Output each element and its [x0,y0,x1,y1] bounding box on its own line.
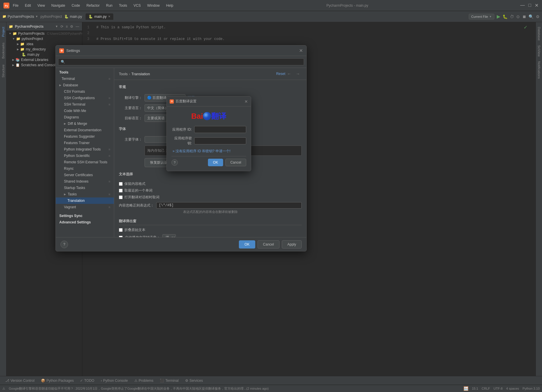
settings-translation[interactable]: Translation [56,197,114,204]
settings-codewithme[interactable]: Code With Me [56,108,114,114]
settings-py-sci[interactable]: Python Scientific ≡ [56,153,114,159]
keep-format-checkbox[interactable] [119,182,123,186]
terminal-trailing: ≡ [109,77,110,80]
baidu-close-button[interactable]: ✕ [244,99,248,104]
pysci-label: Python Scientific [64,154,90,158]
settings-tasks[interactable]: ▶ Tasks ≡ [56,191,114,197]
recent-word-label: 取最近的一个单词 [124,188,152,193]
pytools-label: Python Integrated Tools [64,147,101,151]
baidu-help-button[interactable]: ? [171,159,178,166]
app-secret-row: 应用程序密钥: [171,136,246,146]
settings-breadcrumb: Tools › Translation [119,72,276,76]
popup-section: 翻译弹出窗 折叠原始文本 自动播放文字转语音： 源 [119,219,302,237]
settings-sync-label: Settings Sync [59,214,82,218]
diff-arrow: ▶ [64,122,66,125]
overlay: ⚙ Settings ✕ Tools Terminal ≡ ▶ Database [0,0,542,392]
auto-tts-label: 自动播放文字转语音： [125,235,160,237]
reset-button[interactable]: Reset [276,72,285,76]
fold-original-row: 折叠原始文本 [119,228,302,232]
fold-original-checkbox[interactable] [119,228,123,232]
breadcrumb-sep: › [129,72,130,76]
settings-ssh-conf[interactable]: SSH Configurations ≡ [56,95,114,101]
featsugg-label: Features Suggester [64,134,95,139]
settings-server-certs[interactable]: Server Certificates [56,172,114,178]
settings-diagrams[interactable]: Diagrams [56,114,114,120]
baidu-footer: ? OK Cancel [171,156,246,166]
ssh-conf-label: SSH Configurations [64,96,95,100]
baidu-no-id-container: » 没有应用程序 ID 和密钥? 申请一个! [171,149,246,154]
target-lang-value: 主要或英语 [147,116,165,121]
open-on-select-label: 打开翻译对话框时取词 [124,195,159,200]
nav-back-button[interactable]: ← [285,71,293,77]
baidu-title-bar: ⚙ 百度翻译设置 ✕ [167,97,251,106]
settings-vagrant[interactable]: Vagrant ≡ [56,204,114,210]
settings-remote-ssh[interactable]: Remote SSH External Tools [56,159,114,165]
app-id-label: 应用程序 ID: [171,127,192,132]
settings-diff[interactable]: ▶ Diff & Merge [56,120,114,127]
popup-section-title: 翻译弹出窗 [119,219,302,225]
breadcrumb-root[interactable]: Tools [119,72,128,76]
text-select-section: 文本选择 保留内容格式 取最近的一个单词 打开翻译对话框时取词 [119,172,302,214]
recent-word-row: 取最近的一个单词 [119,188,302,193]
app-secret-label: 应用程序密钥: [171,136,192,146]
terminal-label: Terminal [62,77,75,81]
settings-apply-button[interactable]: Apply [282,240,302,249]
app-secret-input[interactable] [194,137,246,144]
primary-lang-label: 主要语言： [119,106,142,111]
settings-feat-train[interactable]: Features Trainer [56,140,114,146]
settings-ext-doc[interactable]: External Documentation [56,127,114,133]
extdoc-label: External Documentation [64,128,101,132]
nav-forward-button[interactable]: → [294,71,302,77]
baidu-dialog-icon: ⚙ [170,99,174,104]
remotessh-label: Remote SSH External Tools [64,160,107,164]
settings-cancel-button[interactable]: Cancel [258,240,279,249]
settings-search-area [56,56,306,68]
settings-advanced[interactable]: Advanced Settings [56,219,114,225]
baidu-logo-bai: Bai [191,112,203,120]
settings-search-input[interactable] [58,58,304,65]
ssh-term-trailing: ≡ [109,103,110,106]
recent-word-checkbox[interactable] [119,189,123,192]
translator-value: 🔵 百度翻译 [147,95,166,100]
app-id-input[interactable] [194,126,246,133]
settings-help-button[interactable]: ? [60,241,68,248]
baidu-logo-du: 翻译 [211,112,226,120]
ssh-term-label: SSH Terminal [64,102,85,106]
vagrant-label: Vagrant [64,205,76,209]
tts-source-dropdown[interactable]: 源 [162,234,176,237]
settings-startup[interactable]: Startup Tasks [56,185,114,191]
app-id-row: 应用程序 ID: [171,126,246,133]
breadcrumb-current: Translation [131,72,150,76]
fold-original-label: 折叠原始文本 [124,228,145,232]
auto-tts-checkbox[interactable] [119,236,123,237]
baidu-no-id-link[interactable]: » 没有应用程序 ID 和密钥? 申请一个! [171,148,232,154]
keep-format-row: 保留内容格式 [119,181,302,186]
baidu-title-text: 百度翻译设置 [176,99,244,104]
settings-py-tools[interactable]: Python Integrated Tools ≡ [56,146,114,153]
settings-terminal[interactable]: Terminal ≡ [56,76,114,82]
baidu-logo-container: Bai翻译 [171,111,246,121]
settings-close-button[interactable]: ✕ [299,48,303,53]
settings-rsync[interactable]: Rsync [56,165,114,172]
settings-database[interactable]: ▶ Database [56,82,114,88]
settings-csv[interactable]: CSV Formats [56,88,114,95]
regex-label: 内容忽略正则表达式： [119,203,154,208]
regex-input[interactable] [156,202,302,209]
sharedidx-label: Shared Indexes [64,179,88,183]
database-label: Database [63,83,78,87]
settings-header: Tools › Translation Reset ← → [114,68,306,80]
baidu-cancel-button[interactable]: Cancel [225,159,246,166]
pysci-trailing: ≡ [109,154,110,158]
settings-footer: ? OK Cancel Apply [56,237,306,251]
settings-ok-button[interactable]: OK [239,240,255,249]
settings-shared-idx[interactable]: Shared Indexes ≡ [56,178,114,185]
rsync-label: Rsync [64,167,74,171]
open-on-select-checkbox[interactable] [119,195,123,199]
regex-row: 内容忽略正则表达式： [119,202,302,209]
feattrain-label: Features Trainer [64,141,90,145]
settings-feat-sugg[interactable]: Features Suggester [56,133,114,140]
diagrams-label: Diagrams [64,115,79,119]
settings-settings-sync[interactable]: Settings Sync [56,213,114,219]
baidu-ok-button[interactable]: OK [208,159,223,166]
settings-ssh-term[interactable]: SSH Terminal ≡ [56,101,114,108]
